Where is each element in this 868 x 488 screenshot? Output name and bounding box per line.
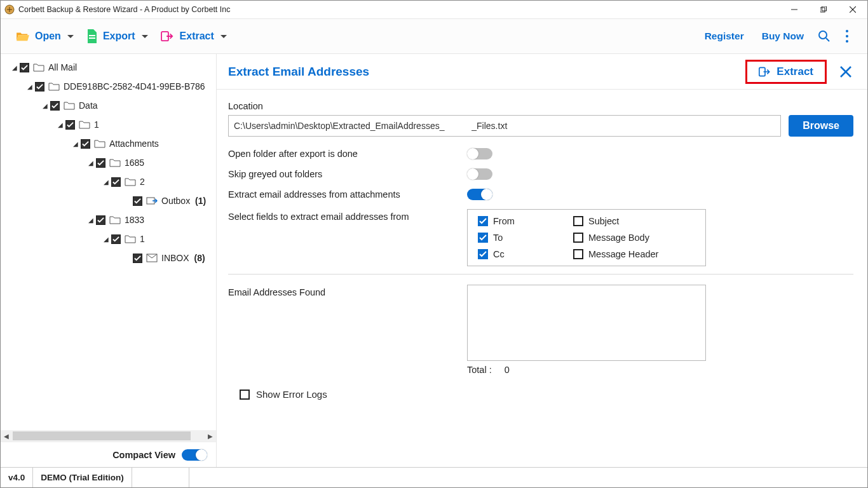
folder-icon bbox=[109, 215, 121, 224]
svg-rect-6 bbox=[89, 35, 95, 36]
expand-icon[interactable]: ◢ bbox=[102, 236, 110, 243]
field-option[interactable]: Cc bbox=[478, 249, 573, 259]
field-checkbox[interactable] bbox=[573, 216, 583, 226]
show-error-logs-checkbox[interactable] bbox=[240, 390, 250, 400]
tree-checkbox[interactable] bbox=[133, 254, 142, 263]
tree-label: All Mail bbox=[48, 62, 77, 72]
tree-label: Attachments bbox=[109, 139, 159, 149]
tree-item[interactable]: ◢DDE918BC-2582-4D41-99EB-B786 bbox=[1, 77, 216, 96]
location-label: Location bbox=[228, 101, 853, 111]
search-icon bbox=[818, 30, 831, 43]
tree-item[interactable]: ◢1 bbox=[1, 115, 216, 134]
more-menu[interactable] bbox=[836, 25, 858, 48]
tree-checkbox[interactable] bbox=[111, 177, 121, 187]
svg-rect-2 bbox=[820, 8, 825, 12]
folder-icon bbox=[48, 82, 60, 91]
field-option[interactable]: Message Body bbox=[573, 233, 695, 243]
field-option[interactable]: Subject bbox=[573, 216, 695, 226]
close-panel-button[interactable] bbox=[836, 62, 856, 82]
extract-button[interactable]: Extract bbox=[745, 60, 827, 84]
location-input[interactable] bbox=[228, 115, 781, 137]
tree-item[interactable]: ◢2 bbox=[1, 172, 216, 191]
open-menu[interactable]: Open bbox=[10, 27, 80, 46]
expand-icon[interactable]: ◢ bbox=[41, 102, 49, 109]
field-option[interactable]: From bbox=[478, 216, 573, 226]
tree-item[interactable]: ◢1833 bbox=[1, 210, 216, 229]
tree-label: DDE918BC-2582-4D41-99EB-B786 bbox=[64, 81, 205, 92]
folder-icon bbox=[79, 120, 90, 129]
tree-checkbox[interactable] bbox=[111, 234, 121, 244]
expand-icon[interactable]: ◢ bbox=[57, 121, 64, 128]
folder-icon bbox=[64, 101, 75, 110]
field-checkbox[interactable] bbox=[478, 233, 488, 243]
field-checkbox[interactable] bbox=[573, 249, 583, 259]
close-window-button[interactable] bbox=[838, 1, 867, 18]
expand-icon[interactable]: ◢ bbox=[102, 179, 110, 186]
main-toolbar: Open Export Extract Register Buy Now bbox=[1, 18, 867, 54]
tree-item[interactable]: ◢Attachments bbox=[1, 134, 216, 153]
tree-checkbox[interactable] bbox=[81, 139, 90, 149]
field-checkbox[interactable] bbox=[478, 216, 488, 226]
tree-checkbox[interactable] bbox=[35, 82, 44, 92]
expand-icon[interactable]: ◢ bbox=[87, 159, 95, 166]
register-link[interactable]: Register bbox=[696, 27, 753, 46]
show-error-logs-label: Show Error Logs bbox=[256, 389, 327, 400]
option-label: Skip greyed out folders bbox=[228, 169, 467, 179]
buy-now-link[interactable]: Buy Now bbox=[753, 27, 813, 46]
open-label: Open bbox=[35, 30, 61, 42]
search-button[interactable] bbox=[813, 25, 836, 48]
scroll-right-icon[interactable]: ▶ bbox=[205, 430, 216, 442]
found-listbox[interactable] bbox=[467, 285, 706, 361]
export-menu[interactable]: Export bbox=[80, 25, 154, 47]
field-label: Message Body bbox=[588, 233, 649, 243]
document-export-icon bbox=[86, 29, 98, 43]
maximize-button[interactable] bbox=[809, 1, 838, 18]
tree-item[interactable]: ◢All Mail bbox=[1, 58, 216, 77]
option-toggle[interactable] bbox=[467, 168, 492, 180]
tree-label: 1 bbox=[140, 234, 145, 244]
browse-button[interactable]: Browse bbox=[789, 115, 853, 137]
option-label: Open folder after export is done bbox=[228, 149, 467, 159]
field-option[interactable]: To bbox=[478, 233, 573, 243]
option-label: Extract email addresses from attachments bbox=[228, 189, 467, 200]
tree-item[interactable]: INBOX (8) bbox=[1, 248, 216, 268]
tree-checkbox[interactable] bbox=[133, 196, 142, 206]
expand-icon[interactable]: ◢ bbox=[26, 83, 34, 90]
version-text: v4.0 bbox=[1, 468, 33, 487]
folder-tree[interactable]: ◢All Mail◢DDE918BC-2582-4D41-99EB-B786◢D… bbox=[1, 54, 216, 430]
tree-label: Outbox bbox=[161, 196, 190, 206]
svg-point-9 bbox=[819, 31, 827, 39]
found-label: Email Addresses Found bbox=[228, 285, 467, 297]
tree-item[interactable]: ◢Data bbox=[1, 96, 216, 115]
tree-checkbox[interactable] bbox=[20, 63, 29, 72]
tree-item[interactable]: Outbox (1) bbox=[1, 191, 216, 210]
expand-icon[interactable]: ◢ bbox=[72, 140, 79, 147]
field-option[interactable]: Message Header bbox=[573, 249, 695, 259]
tree-item[interactable]: ◢1685 bbox=[1, 153, 216, 172]
field-checkbox[interactable] bbox=[573, 233, 583, 243]
extract-menu[interactable]: Extract bbox=[154, 27, 233, 46]
status-bar: v4.0 DEMO (Trial Edition) bbox=[1, 467, 867, 487]
title-bar: Corbett Backup & Restore Wizard - A Prod… bbox=[1, 1, 867, 18]
tree-item[interactable]: ◢1 bbox=[1, 229, 216, 248]
field-label: To bbox=[493, 233, 503, 243]
tree-label: Data bbox=[79, 100, 98, 111]
field-checkbox[interactable] bbox=[478, 249, 488, 259]
scroll-left-icon[interactable]: ◀ bbox=[1, 430, 12, 442]
minimize-button[interactable] bbox=[780, 1, 809, 18]
expand-icon[interactable]: ◢ bbox=[87, 217, 95, 224]
extract-panel: Extract Email Addresses Extract Location… bbox=[217, 54, 867, 467]
tree-checkbox[interactable] bbox=[96, 158, 105, 168]
scrollbar-thumb[interactable] bbox=[13, 431, 191, 440]
option-toggle[interactable] bbox=[467, 189, 492, 200]
tree-checkbox[interactable] bbox=[65, 120, 75, 130]
extract-label: Extract bbox=[180, 30, 214, 42]
option-toggle[interactable] bbox=[467, 148, 492, 159]
field-label: Subject bbox=[588, 216, 619, 226]
tree-checkbox[interactable] bbox=[96, 215, 105, 225]
folder-open-icon bbox=[16, 30, 30, 42]
compact-view-toggle[interactable] bbox=[182, 449, 207, 461]
horizontal-scrollbar[interactable]: ◀ ▶ bbox=[1, 430, 216, 442]
expand-icon[interactable]: ◢ bbox=[11, 64, 18, 71]
tree-checkbox[interactable] bbox=[50, 101, 60, 111]
